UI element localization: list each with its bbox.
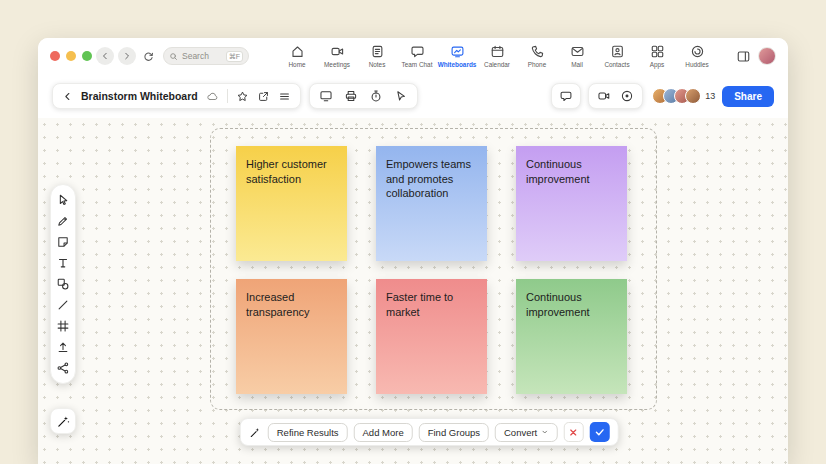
mail-icon — [570, 44, 585, 59]
add-more-button[interactable]: Add More — [354, 423, 413, 442]
sticky-note[interactable]: Increased transparency — [236, 279, 347, 394]
star-icon — [236, 90, 249, 103]
search-input[interactable]: Search ⌘F — [163, 47, 249, 65]
forward-button[interactable] — [118, 47, 136, 65]
check-icon — [593, 426, 605, 438]
close-window-button[interactable] — [50, 51, 60, 61]
whiteboard-canvas[interactable]: Higher customer satisfaction Empowers te… — [38, 118, 788, 464]
shapes-tool-button[interactable] — [56, 277, 70, 291]
sticky-note[interactable]: Empowers teams and promotes collaboratio… — [376, 146, 487, 261]
contacts-icon — [610, 44, 625, 59]
huddles-icon — [690, 44, 705, 59]
record-button[interactable] — [620, 89, 634, 103]
magic-wand-icon — [56, 414, 71, 429]
line-tool-button[interactable] — [56, 298, 70, 312]
zoom-app-window: Search ⌘F Home Meetings Notes — [38, 38, 788, 464]
nav-item-whiteboards[interactable]: Whiteboards — [439, 44, 475, 68]
back-button[interactable] — [96, 47, 114, 65]
present-tools-pill — [309, 83, 418, 109]
sticky-note[interactable]: Continuous improvement — [516, 146, 627, 261]
ai-wand-indicator — [249, 426, 262, 439]
search-placeholder: Search — [182, 51, 222, 61]
nav-item-mail[interactable]: Mail — [559, 44, 595, 68]
nav-item-huddles[interactable]: Huddles — [679, 44, 715, 68]
timer-button[interactable] — [369, 89, 383, 103]
comment-pill[interactable] — [551, 83, 581, 109]
line-icon — [56, 298, 70, 312]
text-tool-button[interactable] — [56, 256, 70, 270]
nav-item-team-chat[interactable]: Team Chat — [399, 44, 435, 68]
laser-pointer-button[interactable] — [394, 89, 408, 103]
chat-icon — [410, 44, 425, 59]
export-button[interactable] — [257, 90, 270, 103]
nav-label: Contacts — [604, 61, 629, 68]
search-shortcut-badge: ⌘F — [226, 51, 243, 62]
meeting-pill — [588, 83, 643, 109]
mindmap-tool-button[interactable] — [56, 361, 70, 375]
upload-icon — [56, 340, 70, 354]
user-avatar[interactable] — [758, 47, 776, 65]
sticky-note[interactable]: Continuous improvement — [516, 279, 627, 394]
magic-wand-icon — [249, 426, 262, 439]
sticky-note[interactable]: Higher customer satisfaction — [236, 146, 347, 261]
notes-icon — [370, 44, 385, 59]
chevron-left-icon — [100, 51, 110, 61]
convert-dropdown[interactable]: Convert — [495, 423, 557, 442]
calendar-icon — [490, 44, 505, 59]
export-icon — [257, 90, 270, 103]
search-icon — [169, 52, 178, 61]
whiteboard-icon — [450, 44, 465, 59]
print-button[interactable] — [344, 89, 358, 103]
minimize-window-button[interactable] — [66, 51, 76, 61]
collaborator-count: 13 — [705, 91, 715, 101]
nav-item-home[interactable]: Home — [279, 44, 315, 68]
find-groups-button[interactable]: Find Groups — [419, 423, 489, 442]
back-to-boards-button[interactable] — [62, 91, 73, 102]
traffic-lights — [50, 51, 92, 61]
top-navigation: Home Meetings Notes Team Chat Whiteboard… — [279, 44, 715, 68]
nav-item-apps[interactable]: Apps — [639, 44, 675, 68]
present-button[interactable] — [319, 89, 333, 103]
sticky-note-text: Continuous improvement — [526, 291, 590, 318]
nav-item-contacts[interactable]: Contacts — [599, 44, 635, 68]
nav-item-meetings[interactable]: Meetings — [319, 44, 355, 68]
sticky-note-text: Empowers teams and promotes collaboratio… — [386, 158, 471, 199]
nav-item-notes[interactable]: Notes — [359, 44, 395, 68]
ai-assistant-button[interactable] — [50, 408, 76, 434]
refine-results-button[interactable]: Refine Results — [268, 423, 348, 442]
history-button[interactable] — [142, 50, 155, 63]
nav-item-calendar[interactable]: Calendar — [479, 44, 515, 68]
titlebar: Search ⌘F Home Meetings Notes — [38, 38, 788, 74]
reject-button[interactable] — [563, 422, 583, 442]
whiteboard-toolbar: Brainstorm Whiteboard — [38, 74, 788, 118]
nav-label: Mail — [571, 61, 583, 68]
sticky-note[interactable]: Faster time to market — [376, 279, 487, 394]
frame-tool-button[interactable] — [56, 319, 70, 333]
select-tool-button[interactable] — [56, 193, 70, 207]
hamburger-menu-icon — [278, 90, 291, 103]
upload-tool-button[interactable] — [56, 340, 70, 354]
share-button[interactable]: Share — [722, 86, 774, 107]
collaborator-avatars[interactable]: 13 — [652, 88, 715, 104]
favorite-button[interactable] — [236, 90, 249, 103]
menu-button[interactable] — [278, 90, 291, 103]
nav-label: Team Chat — [402, 61, 433, 68]
cloud-icon — [206, 90, 219, 103]
pointer-icon — [394, 89, 408, 103]
panel-toggle-button[interactable] — [736, 49, 751, 64]
start-video-button[interactable] — [597, 89, 611, 103]
nav-label: Notes — [369, 61, 386, 68]
draw-tool-button[interactable] — [56, 214, 70, 228]
ai-results-toolbar: Refine Results Add More Find Groups Conv… — [240, 418, 619, 446]
sticky-note-icon — [56, 235, 70, 249]
nav-item-phone[interactable]: Phone — [519, 44, 555, 68]
maximize-window-button[interactable] — [82, 51, 92, 61]
sticky-note-tool-button[interactable] — [56, 235, 70, 249]
chevron-left-icon — [62, 91, 73, 102]
text-icon — [56, 256, 70, 270]
accept-button[interactable] — [589, 422, 609, 442]
history-icon — [142, 50, 155, 63]
cloud-sync-status — [206, 90, 219, 103]
nav-label: Apps — [650, 61, 665, 68]
notes-group-frame[interactable]: Higher customer satisfaction Empowers te… — [210, 128, 657, 410]
